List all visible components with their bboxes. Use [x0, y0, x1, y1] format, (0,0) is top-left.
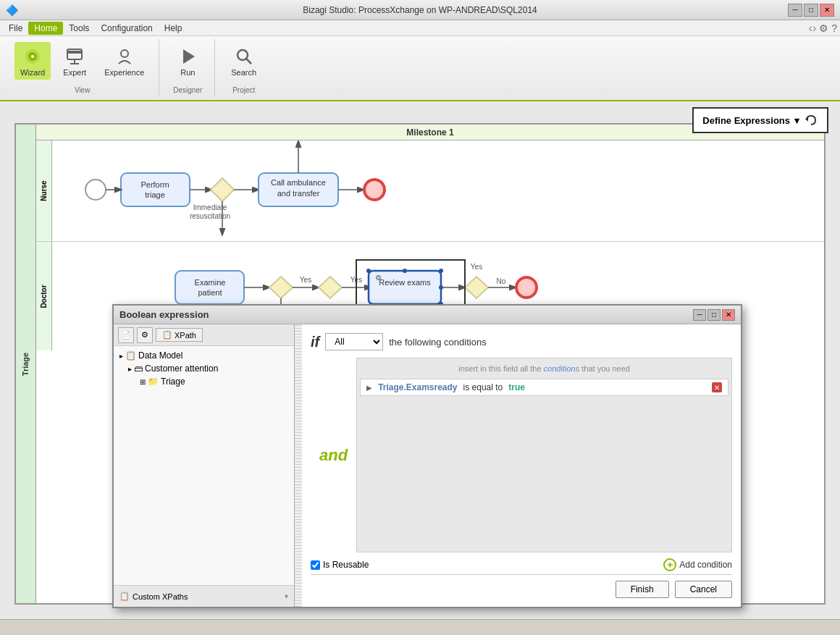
svg-marker-49	[465, 277, 488, 298]
svg-marker-34	[269, 277, 293, 298]
toolbar-doc-icon-button[interactable]: 📄	[118, 327, 134, 343]
condition-operator: is equal to	[463, 382, 503, 392]
ribbon: Wizard Expert	[0, 36, 840, 101]
tree-triage-expand[interactable]: ⊞	[140, 378, 146, 386]
ribbon-project-items: Search	[225, 42, 262, 80]
menu-configuration[interactable]: Configuration	[95, 22, 158, 35]
menu-tools[interactable]: Tools	[63, 22, 95, 35]
condition-delete-button[interactable]: ✕	[712, 382, 722, 392]
settings-icon[interactable]: ⚙	[819, 22, 828, 34]
condition-select[interactable]: All Any	[325, 333, 383, 350]
svg-rect-4	[67, 51, 82, 54]
undo-icon	[804, 113, 818, 127]
wizard-label: Wizard	[20, 68, 45, 77]
svg-point-2	[31, 55, 34, 58]
dialog-title: Boolean expression	[119, 309, 209, 320]
app-icon: 🔷	[6, 4, 18, 16]
svg-point-24	[364, 180, 385, 200]
titlebar: 🔷 Bizagi Studio: ProcessXchange on WP-AN…	[0, 0, 840, 20]
ribbon-expert-button[interactable]: Expert	[56, 42, 93, 80]
dialog-titlebar: Boolean expression ─ □ ✕	[114, 306, 741, 324]
following-conditions-text: the following conditions	[389, 337, 486, 348]
svg-text:patient: patient	[198, 288, 222, 297]
dialog-controls[interactable]: ─ □ ✕	[693, 309, 735, 321]
cancel-button[interactable]: Cancel	[675, 581, 732, 598]
resize-handle[interactable]	[295, 324, 302, 607]
svg-marker-18	[211, 178, 234, 201]
search-label: Search	[231, 68, 256, 77]
condition-value: true	[508, 382, 525, 392]
window-controls[interactable]: ─ □ ✕	[788, 4, 834, 17]
svg-point-42	[403, 269, 407, 273]
dialog-maximize-button[interactable]: □	[707, 309, 721, 321]
project-group-label: Project	[232, 86, 255, 94]
swimlane-nurse: Nurse Perform triage	[36, 140, 824, 242]
ribbon-view-items: Wizard Expert	[14, 42, 150, 80]
maximize-button[interactable]: □	[804, 4, 818, 17]
minimize-button[interactable]: ─	[788, 4, 802, 17]
ribbon-run-button[interactable]: Run	[169, 42, 206, 80]
tree-customer-attention: ▸ 🗃 Customer attention	[117, 362, 291, 375]
svg-point-7	[121, 50, 128, 57]
svg-text:Call ambulance: Call ambulance	[271, 178, 326, 187]
toolbar-gear-icon-button[interactable]: ⚙	[137, 327, 153, 343]
define-expressions-button[interactable]: Define Expressions ▾	[692, 107, 828, 133]
placeholder-text: insert in this field all the	[458, 364, 543, 373]
is-reusable-label[interactable]: Is Reusable	[311, 560, 369, 570]
svg-text:resuscitation: resuscitation	[190, 212, 230, 220]
dialog-close-button[interactable]: ✕	[722, 309, 735, 321]
tree-triage-label: Triage	[161, 377, 185, 387]
is-reusable-checkbox[interactable]	[311, 560, 320, 570]
is-reusable-text: Is Reusable	[323, 560, 369, 570]
boolean-expression-dialog: Boolean expression ─ □ ✕ 📄 ⚙ 📋 XPath	[112, 304, 742, 608]
condition-header: if All Any the following conditions	[311, 333, 732, 350]
ribbon-experience-button[interactable]: Experience	[98, 42, 150, 80]
svg-text:Yes: Yes	[300, 276, 311, 284]
scroll-right-icon[interactable]: ›	[812, 22, 816, 35]
tree-customer-expand[interactable]: ▸	[128, 365, 132, 373]
menu-home[interactable]: Home	[28, 22, 63, 35]
svg-point-41	[366, 269, 371, 273]
condition-row: ▶ Triage.Examsready is equal to true ✕	[360, 379, 728, 396]
scroll-down-icon: ▾	[285, 592, 288, 600]
wizard-icon	[21, 45, 44, 68]
statusbar	[0, 619, 840, 635]
svg-line-10	[246, 59, 251, 64]
tree-root-expand[interactable]: ▸	[119, 352, 123, 360]
left-panel-bottom: 📋 Custom XPaths ▾	[114, 585, 294, 607]
condition-expand-icon[interactable]: ▶	[366, 384, 372, 392]
custom-xpaths-icon: 📋	[119, 592, 130, 601]
experience-icon	[113, 45, 136, 68]
ribbon-search-button[interactable]: Search	[225, 42, 262, 80]
menu-file[interactable]: File	[3, 22, 28, 35]
add-condition-label: Add condition	[679, 560, 732, 570]
placeholder-highlight: conditions	[544, 364, 580, 373]
swimlane-doctor-header: Doctor	[36, 242, 52, 350]
define-expr-dropdown-icon: ▾	[794, 115, 799, 126]
help-icon[interactable]: ?	[831, 22, 837, 34]
close-button[interactable]: ✕	[820, 4, 834, 17]
and-label: and	[311, 358, 356, 552]
add-condition-button[interactable]: + Add condition	[663, 558, 732, 571]
svg-text:Perform: Perform	[140, 180, 169, 189]
conditions-placeholder: insert in this field all the conditions …	[458, 364, 630, 373]
finish-button[interactable]: Finish	[616, 581, 669, 598]
dialog-minimize-button[interactable]: ─	[693, 309, 706, 321]
designer-group-label: Designer	[173, 86, 202, 94]
svg-point-43	[439, 269, 443, 273]
nurse-lane-svg: Perform triage Call ambulance and transf…	[52, 140, 824, 241]
tree-root-icon: 📋	[125, 350, 136, 361]
tree-customer-icon: 🗃	[134, 363, 143, 374]
pool-header: Triage	[16, 125, 36, 603]
right-bottom: Is Reusable + Add condition	[311, 552, 732, 571]
ribbon-wizard-button[interactable]: Wizard	[14, 42, 51, 80]
menu-help[interactable]: Help	[159, 22, 188, 35]
custom-xpaths-label: Custom XPaths	[133, 592, 188, 601]
expert-icon	[63, 45, 86, 68]
if-label: if	[311, 334, 319, 350]
xpath-button[interactable]: 📋 XPath	[156, 328, 203, 342]
tree-panel: ▸ 📋 Data Model ▸ 🗃 Customer attention ⊞ …	[114, 346, 294, 585]
search-icon	[232, 45, 256, 68]
tree-triage[interactable]: ⊞ 📁 Triage	[117, 375, 291, 388]
condition-field: Triage.Examsready	[378, 382, 457, 392]
